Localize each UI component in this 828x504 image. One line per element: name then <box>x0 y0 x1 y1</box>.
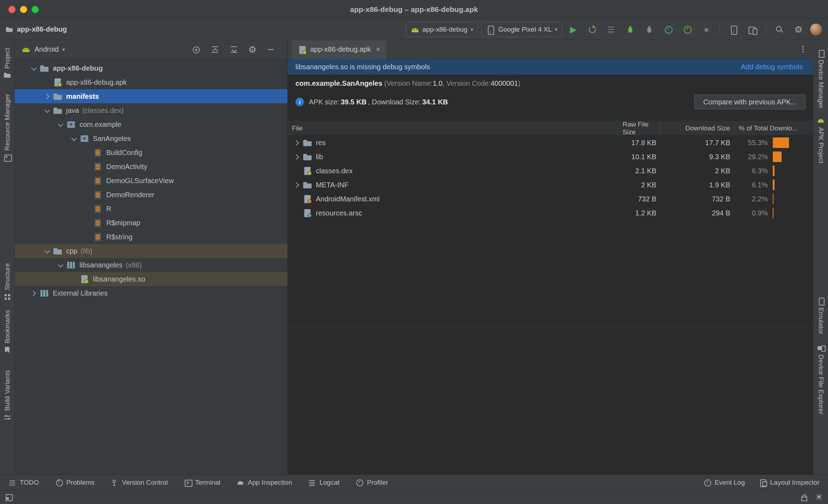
settings-gear-icon[interactable]: ⚙ <box>248 45 256 54</box>
chevron-down-icon[interactable] <box>42 105 53 116</box>
download-size-value: 34.1 KB <box>422 98 448 106</box>
tool-window-button-build-variants[interactable]: Build Variants <box>4 370 11 421</box>
notifications-icon[interactable] <box>815 493 823 501</box>
hide-panel-icon[interactable] <box>266 45 275 54</box>
tool-window-button-device-manager[interactable]: Device Manager <box>817 49 825 108</box>
tab-app-x86-debug-apk[interactable]: app-x86-debug.apk × <box>291 40 387 59</box>
chevron-down-icon: ▾ <box>555 26 558 33</box>
project-breadcrumb[interactable]: app-x86-debug <box>6 25 67 33</box>
tool-window-button-profiler[interactable]: Profiler <box>356 479 388 486</box>
tool-window-button-apk-project[interactable]: APK Project <box>817 117 825 163</box>
tool-window-label: Project <box>4 48 11 69</box>
chevron-down-icon[interactable]: ▾ <box>62 46 65 53</box>
collapse-all-icon[interactable] <box>229 45 238 54</box>
chevron-down-icon[interactable] <box>56 260 66 270</box>
lock-icon[interactable] <box>800 493 808 501</box>
table-row-res[interactable]: res 17.8 KB 17.7 KB 55.3% <box>288 136 813 150</box>
tree-item-manifests[interactable]: manifests <box>15 89 287 103</box>
table-row-resources-arsc[interactable]: resources.arsc 1.2 KB 294 B 0.9% <box>288 206 813 220</box>
settings-button[interactable]: ⚙ <box>791 22 806 37</box>
chevron-right-icon[interactable] <box>29 288 39 298</box>
editor-empty-area <box>288 327 813 474</box>
tool-window-button-bookmarks[interactable]: Bookmarks <box>4 310 11 354</box>
column-header-raw-size[interactable]: Raw File Size <box>618 121 661 136</box>
run-button[interactable]: ▶ <box>566 22 581 37</box>
raw-size: 17.8 KB <box>618 139 661 147</box>
chevron-right-icon[interactable] <box>292 151 302 162</box>
add-debug-symbols-link[interactable]: Add debug symbols <box>741 63 805 71</box>
tool-window-button-todo[interactable]: TODO <box>8 479 39 486</box>
tree-item-demorenderer[interactable]: DemoRenderer <box>15 188 287 202</box>
download-size: 2 KB <box>661 167 734 175</box>
run-configuration-select[interactable]: app-x86-debug ▾ <box>406 22 478 37</box>
kebab-menu-icon[interactable] <box>798 45 808 54</box>
problems-icon <box>55 479 63 486</box>
chevron-right-icon[interactable] <box>292 180 302 190</box>
tree-item-com-example[interactable]: com.example <box>15 117 287 131</box>
debug-button[interactable] <box>623 22 638 37</box>
tool-window-button-resource-manager[interactable]: Resource Manager <box>4 94 11 161</box>
tree-item-app-x86-debug[interactable]: app-x86-debug <box>15 61 287 75</box>
chevron-down-icon[interactable] <box>69 133 79 144</box>
tool-window-button-project[interactable]: Project <box>4 48 11 79</box>
table-row-meta-inf[interactable]: META-INF 2 KB 1.9 KB 6.1% <box>288 178 813 192</box>
apply-changes-button[interactable] <box>585 22 600 37</box>
tool-window-button-event-log[interactable]: Event Log <box>703 479 745 486</box>
tree-item-app-x86-debug-apk[interactable]: app-x86-debug.apk <box>15 75 287 89</box>
column-header-percent[interactable]: % of Total Downlo... <box>734 121 813 136</box>
compare-apk-button[interactable]: Compare with previous APK... <box>694 95 805 109</box>
close-icon[interactable]: × <box>376 45 380 54</box>
project-view-selector[interactable]: Android <box>34 45 59 53</box>
tool-window-button-logcat[interactable]: Logcat <box>308 479 339 486</box>
tree-item-r-string[interactable]: R$string <box>15 230 287 244</box>
chevron-right-icon[interactable] <box>292 137 302 148</box>
folder-icon <box>302 152 312 162</box>
tool-window-label: Version Control <box>122 479 168 486</box>
locate-file-icon[interactable] <box>191 45 200 54</box>
app-inspection-icon <box>237 479 244 486</box>
avatar[interactable] <box>810 23 822 36</box>
device-manager-button[interactable] <box>726 22 741 37</box>
tool-window-button-app-inspection[interactable]: App Inspection <box>237 479 292 486</box>
chevron-down-icon[interactable] <box>56 119 66 130</box>
chevron-down-icon[interactable] <box>29 63 39 73</box>
stop-button[interactable]: ■ <box>699 22 714 37</box>
tree-item-demoglsurfaceview[interactable]: DemoGLSurfaceView <box>15 174 287 188</box>
tree-item-java[interactable]: java (classes.dex) <box>15 103 287 117</box>
search-everywhere-button[interactable] <box>772 22 787 37</box>
table-row-classes-dex[interactable]: classes.dex 2.1 KB 2 KB 6.3% <box>288 164 813 178</box>
tool-window-button-terminal[interactable]: Terminal <box>184 479 221 486</box>
tool-window-label: TODO <box>20 479 39 486</box>
column-header-download-size[interactable]: Download Size <box>661 121 734 136</box>
tree-item-r-mipmap[interactable]: R$mipmap <box>15 216 287 230</box>
tool-window-button-structure[interactable]: Structure <box>4 263 11 301</box>
tool-window-switcher-icon[interactable] <box>5 493 13 501</box>
tree-item-r[interactable]: R <box>15 202 287 216</box>
profile-low-overhead-button[interactable] <box>680 22 695 37</box>
profile-button[interactable] <box>661 22 676 37</box>
attach-debugger-button[interactable] <box>642 22 657 37</box>
tool-window-button-device-file-explorer[interactable]: Device File Explorer <box>817 344 825 414</box>
tool-window-button-emulator[interactable]: Emulator <box>817 297 825 334</box>
chevron-down-icon[interactable] <box>42 246 53 256</box>
table-row-lib[interactable]: lib 10.1 KB 9.3 KB 29.2% <box>288 150 813 164</box>
tree-item-cpp[interactable]: cpp (lib) <box>15 244 287 258</box>
target-device-select[interactable]: Google Pixel 4 XL ▾ <box>481 22 562 37</box>
expand-all-icon[interactable] <box>210 45 219 54</box>
table-row-androidmanifest-xml[interactable]: AndroidManifest.xml 732 B 732 B 2.2% <box>288 192 813 206</box>
tree-item-libsanangeles-so[interactable]: libsanangeles.so <box>15 272 287 286</box>
tree-item-buildconfig[interactable]: BuildConfig <box>15 146 287 160</box>
device-mirroring-button[interactable] <box>745 22 760 37</box>
tree-item-external-libraries[interactable]: External Libraries <box>15 286 287 300</box>
tree-item-demoactivity[interactable]: DemoActivity <box>15 160 287 174</box>
raw-size: 2.1 KB <box>618 167 661 175</box>
chevron-right-icon[interactable] <box>42 91 53 102</box>
tool-window-button-layout-inspector[interactable]: Layout Inspector <box>759 479 820 486</box>
apply-code-changes-button[interactable] <box>604 22 619 37</box>
project-tool-icon <box>4 71 11 79</box>
tree-item-libsanangeles[interactable]: libsanangeles (x86) <box>15 258 287 272</box>
tool-window-button-problems[interactable]: Problems <box>55 479 95 486</box>
tool-window-button-version-control[interactable]: Version Control <box>111 479 168 486</box>
tree-item-sanangeles[interactable]: SanAngeles <box>15 131 287 146</box>
column-header-file[interactable]: File <box>288 121 618 136</box>
